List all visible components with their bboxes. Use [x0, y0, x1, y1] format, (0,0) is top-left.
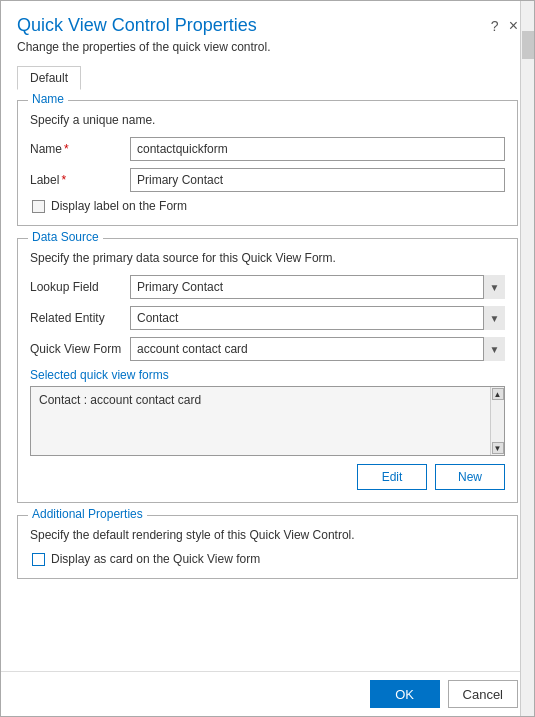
quick-view-dialog: Quick View Control Properties ? × Change… [0, 0, 535, 717]
dialog-header: Quick View Control Properties ? × Change… [1, 1, 534, 62]
dialog-title: Quick View Control Properties [17, 15, 257, 36]
quick-view-form-select-wrapper: account contact card ▼ [130, 337, 505, 361]
selected-forms-list: Contact : account contact card ▲ ▼ [30, 386, 505, 456]
quick-view-form-row: Quick View Form account contact card ▼ [30, 337, 505, 361]
lookup-field-label: Lookup Field [30, 280, 130, 294]
display-card-checkbox[interactable] [32, 553, 45, 566]
dialog-footer: OK Cancel [1, 671, 534, 716]
display-label-checkbox-row: Display label on the Form [32, 199, 505, 213]
action-buttons: Edit New [30, 464, 505, 490]
data-source-legend: Data Source [28, 230, 103, 244]
name-section-desc: Specify a unique name. [30, 113, 505, 127]
related-entity-row: Related Entity Contact ▼ [30, 306, 505, 330]
display-label-checkbox[interactable] [32, 200, 45, 213]
tab-default[interactable]: Default [17, 66, 81, 90]
display-label-checkbox-label: Display label on the Form [51, 199, 187, 213]
list-scroll-down-icon[interactable]: ▼ [492, 442, 504, 454]
display-card-checkbox-row: Display as card on the Quick View form [32, 552, 505, 566]
list-scroll-up-icon[interactable]: ▲ [492, 388, 504, 400]
tab-bar: Default [17, 66, 518, 90]
cancel-button[interactable]: Cancel [448, 680, 518, 708]
related-entity-label: Related Entity [30, 311, 130, 325]
dialog-subtitle: Change the properties of the quick view … [17, 40, 518, 54]
name-section-legend: Name [28, 92, 68, 106]
dialog-title-icons: ? × [491, 17, 518, 35]
label-field-row: Label* [30, 168, 505, 192]
name-field-row: Name* [30, 137, 505, 161]
label-label: Label* [30, 173, 130, 187]
new-button[interactable]: New [435, 464, 505, 490]
help-icon[interactable]: ? [491, 18, 499, 34]
name-input[interactable] [130, 137, 505, 161]
quick-view-form-label: Quick View Form [30, 342, 130, 356]
label-required: * [61, 173, 66, 187]
related-entity-select[interactable]: Contact [130, 306, 505, 330]
ok-button[interactable]: OK [370, 680, 440, 708]
related-entity-select-wrapper: Contact ▼ [130, 306, 505, 330]
data-source-desc: Specify the primary data source for this… [30, 251, 505, 265]
edit-button[interactable]: Edit [357, 464, 427, 490]
dialog-body: Default Name Specify a unique name. Name… [1, 62, 534, 671]
additional-properties-section: Additional Properties Specify the defaul… [17, 515, 518, 579]
name-required: * [64, 142, 69, 156]
quick-view-form-select[interactable]: account contact card [130, 337, 505, 361]
list-scrollbar: ▲ ▼ [490, 387, 504, 455]
name-label: Name* [30, 142, 130, 156]
name-section: Name Specify a unique name. Name* Label*… [17, 100, 518, 226]
lookup-field-select-wrapper: Primary Contact ▼ [130, 275, 505, 299]
list-item: Contact : account contact card [35, 391, 488, 409]
additional-properties-legend: Additional Properties [28, 507, 147, 521]
label-input[interactable] [130, 168, 505, 192]
additional-properties-desc: Specify the default rendering style of t… [30, 528, 505, 542]
selected-forms-label: Selected quick view forms [30, 368, 505, 382]
display-card-label: Display as card on the Quick View form [51, 552, 260, 566]
lookup-field-row: Lookup Field Primary Contact ▼ [30, 275, 505, 299]
right-scrollbar [520, 1, 534, 716]
scrollbar-thumb[interactable] [522, 31, 534, 59]
data-source-section: Data Source Specify the primary data sou… [17, 238, 518, 503]
lookup-field-select[interactable]: Primary Contact [130, 275, 505, 299]
close-icon[interactable]: × [509, 17, 518, 35]
